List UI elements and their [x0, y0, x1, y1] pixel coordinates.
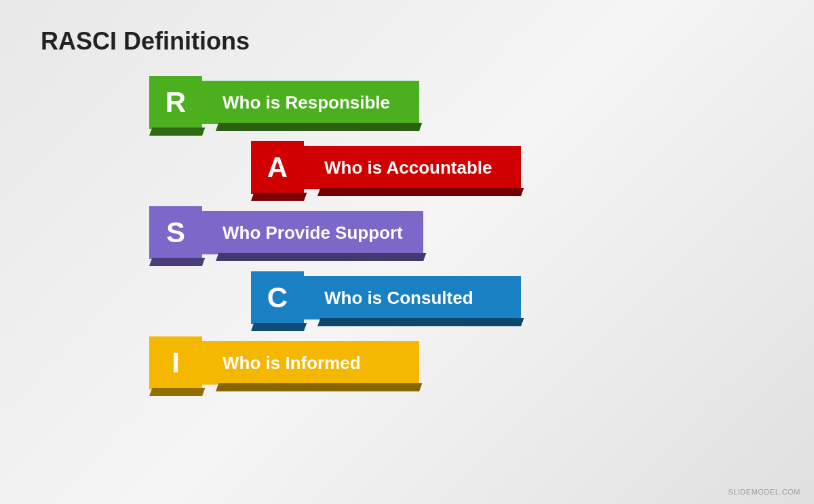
row-wrapper-i: I Who is Informed — [41, 336, 773, 389]
letter-box-s: S — [149, 206, 202, 259]
rasci-row-a: A Who is Accountable — [251, 141, 773, 194]
label-banner-a: Who is Accountable — [304, 146, 521, 189]
row-wrapper-r: R Who is Responsible — [41, 76, 773, 129]
label-banner-s: Who Provide Support — [202, 211, 423, 254]
label-banner-r: Who is Responsible — [202, 81, 419, 124]
rasci-row-i: I Who is Informed — [149, 336, 773, 389]
slide-container: RASCI Definitions R Who is Responsible A… — [0, 0, 814, 504]
letter-box-c: C — [251, 271, 304, 324]
letter-box-r: R — [149, 76, 202, 129]
rasci-row-r: R Who is Responsible — [149, 76, 773, 129]
label-banner-c: Who is Consulted — [304, 276, 521, 319]
label-banner-i: Who is Informed — [202, 341, 419, 385]
row-wrapper-s: S Who Provide Support — [41, 206, 773, 259]
rasci-list: R Who is Responsible A Who is Accountabl… — [41, 76, 773, 392]
letter-box-a: A — [251, 141, 304, 194]
row-wrapper-c: C Who is Consulted — [41, 271, 773, 324]
rasci-row-c: C Who is Consulted — [251, 271, 773, 324]
watermark: SLIDEMODEL.COM — [728, 488, 800, 496]
slide-title: RASCI Definitions — [41, 27, 773, 56]
row-wrapper-a: A Who is Accountable — [41, 141, 773, 194]
rasci-row-s: S Who Provide Support — [149, 206, 773, 259]
letter-box-i: I — [149, 336, 202, 389]
